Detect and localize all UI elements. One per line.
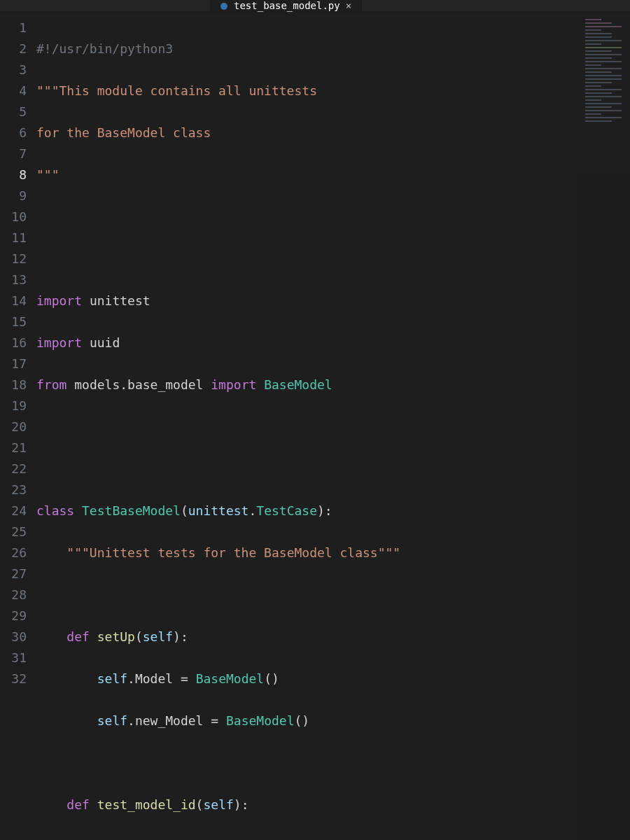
- line-number: 25: [0, 522, 27, 542]
- line-number: 29: [0, 606, 27, 626]
- editor-body: 1234567891011121314151617181920212223242…: [0, 12, 630, 840]
- line-number: 3: [0, 59, 27, 80]
- line-number: 16: [0, 332, 27, 354]
- close-icon[interactable]: ×: [346, 0, 351, 11]
- line-number: 27: [0, 564, 27, 584]
- line-number: 17: [0, 354, 27, 374]
- line-number: 6: [0, 122, 27, 144]
- line-number: 11: [0, 227, 27, 248]
- line-number: 1: [0, 18, 27, 38]
- line-number-gutter: 1234567891011121314151617181920212223242…: [0, 12, 36, 840]
- tab-active[interactable]: test_base_model.py ×: [210, 0, 362, 11]
- line-number: 19: [0, 396, 27, 416]
- docstring: """This module contains all unittests: [36, 83, 317, 98]
- svg-point-0: [220, 3, 227, 10]
- line-number: 12: [0, 248, 27, 270]
- docstring: for the BaseModel class: [36, 125, 211, 140]
- shebang: #!/usr/bin/python3: [36, 41, 173, 56]
- line-number: 31: [0, 648, 27, 668]
- line-number: 18: [0, 374, 27, 396]
- line-number: 10: [0, 206, 27, 227]
- code-area[interactable]: #!/usr/bin/python3 """This module contai…: [36, 12, 630, 840]
- line-number: 23: [0, 479, 27, 500]
- tab-bar: test_base_model.py ×: [0, 0, 630, 12]
- line-number: 8: [0, 164, 27, 186]
- line-number: 14: [0, 290, 27, 312]
- python-file-icon: [220, 1, 228, 10]
- line-number: 13: [0, 270, 27, 290]
- line-number: 30: [0, 626, 27, 648]
- tab-filename: test_base_model.py: [234, 0, 340, 11]
- line-number: 4: [0, 80, 27, 102]
- line-number: 32: [0, 668, 27, 690]
- line-number: 15: [0, 312, 27, 332]
- line-number: 26: [0, 542, 27, 564]
- editor-root: test_base_model.py × 1234567891011121314…: [0, 0, 630, 840]
- line-number: 20: [0, 416, 27, 438]
- docstring: """: [36, 167, 59, 182]
- line-number: 24: [0, 500, 27, 522]
- line-number: 28: [0, 584, 27, 606]
- line-number: 2: [0, 38, 27, 59]
- line-number: 9: [0, 186, 27, 206]
- minimap[interactable]: [581, 12, 630, 840]
- line-number: 5: [0, 102, 27, 122]
- line-number: 21: [0, 438, 27, 458]
- class-docstring: """Unittest tests for the BaseModel clas…: [66, 545, 400, 560]
- line-number: 7: [0, 144, 27, 164]
- line-number: 22: [0, 458, 27, 479]
